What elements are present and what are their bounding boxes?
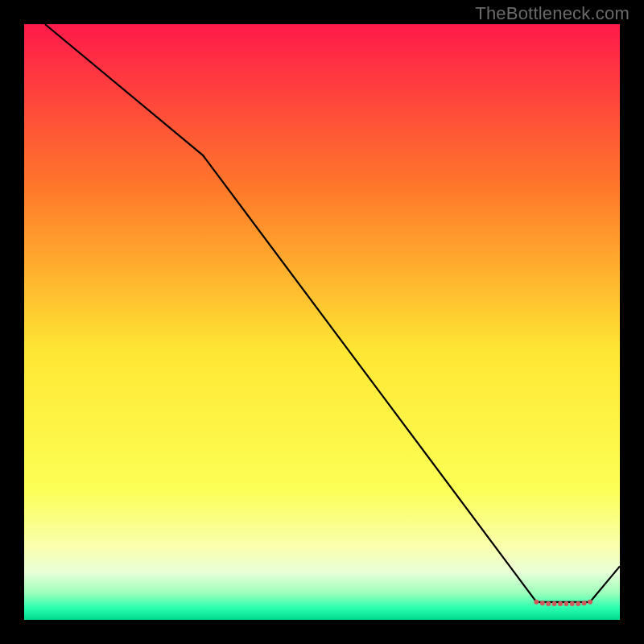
marker-dot bbox=[552, 601, 557, 606]
marker-dot bbox=[540, 601, 545, 605]
marker-dot bbox=[534, 600, 539, 605]
chart-container: { "watermark": "TheBottleneck.com", "col… bbox=[0, 0, 644, 644]
watermark-text: TheBottleneck.com bbox=[475, 3, 630, 24]
marker-dot bbox=[582, 601, 587, 605]
marker-dot bbox=[570, 601, 575, 606]
marker-dot bbox=[576, 601, 580, 606]
marker-dot bbox=[588, 600, 592, 605]
plot-background bbox=[24, 24, 620, 620]
marker-dot bbox=[564, 601, 568, 606]
marker-dot bbox=[558, 601, 563, 606]
bottleneck-chart bbox=[0, 0, 644, 644]
marker-dot bbox=[546, 601, 551, 606]
